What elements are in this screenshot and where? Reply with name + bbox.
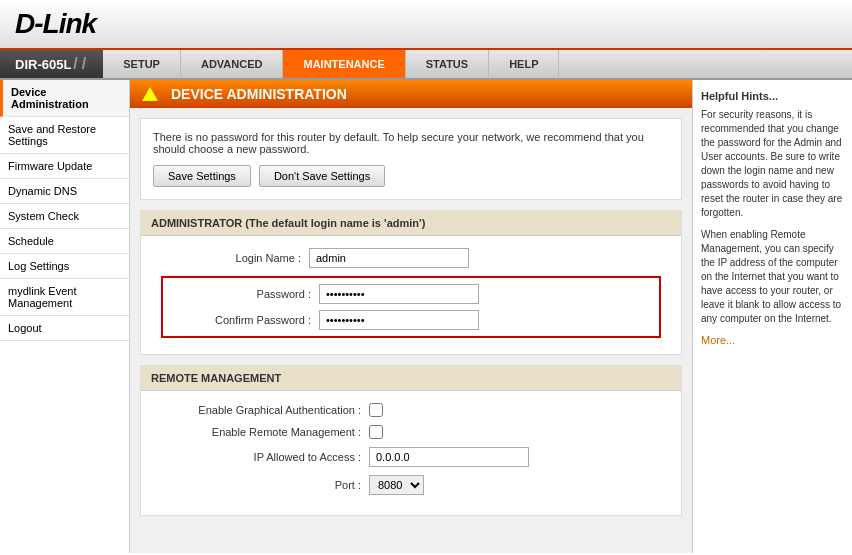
sidebar-label-device-admin: Device Administration <box>11 86 89 110</box>
tab-help[interactable]: HELP <box>489 50 559 78</box>
password-input[interactable] <box>319 284 479 304</box>
header: D-Link <box>0 0 852 50</box>
port-select[interactable]: 8080 80 443 8443 <box>369 475 424 495</box>
sidebar-label-log-settings: Log Settings <box>8 260 69 272</box>
confirm-password-input[interactable] <box>319 310 479 330</box>
sidebar-item-firmware[interactable]: Firmware Update <box>0 154 129 179</box>
password-label: Password : <box>171 288 311 300</box>
remote-mgmt-checkbox[interactable] <box>369 425 383 439</box>
sidebar-label-save-restore: Save and Restore Settings <box>8 123 96 147</box>
tab-help-label: HELP <box>509 58 538 70</box>
model-badge: DIR-605L / / <box>0 50 103 78</box>
ip-access-input[interactable] <box>369 447 529 467</box>
sidebar-item-mydlink[interactable]: mydlink Event Management <box>0 279 129 316</box>
content-area: DEVICE ADMINISTRATION There is no passwo… <box>130 80 692 553</box>
info-text: There is no password for this router by … <box>153 131 669 155</box>
tab-setup-label: SETUP <box>123 58 160 70</box>
graphical-auth-row: Enable Graphical Authentication : <box>161 403 661 417</box>
slash2: / <box>82 55 86 73</box>
ip-access-row: IP Allowed to Access : <box>161 447 661 467</box>
sidebar-label-dynamic-dns: Dynamic DNS <box>8 185 77 197</box>
page-title-bar: DEVICE ADMINISTRATION <box>130 80 692 108</box>
password-row: Password : <box>171 284 651 304</box>
sidebar-item-logout[interactable]: Logout <box>0 316 129 341</box>
sidebar-label-mydlink: mydlink Event Management <box>8 285 76 309</box>
dont-save-settings-button[interactable]: Don't Save Settings <box>259 165 385 187</box>
login-name-input[interactable] <box>309 248 469 268</box>
sidebar-label-schedule: Schedule <box>8 235 54 247</box>
remote-management-section: REMOTE MANAGEMENT Enable Graphical Authe… <box>140 365 682 516</box>
tab-setup[interactable]: SETUP <box>103 50 181 78</box>
confirm-password-row: Confirm Password : <box>171 310 651 330</box>
hints-panel: Helpful Hints... For security reasons, i… <box>692 80 852 553</box>
login-name-label: Login Name : <box>161 252 301 264</box>
administrator-section: ADMINISTRATOR (The default login name is… <box>140 210 682 355</box>
sidebar-item-device-admin[interactable]: Device Administration <box>0 80 129 117</box>
sidebar: Device Administration Save and Restore S… <box>0 80 130 553</box>
remote-section-title: REMOTE MANAGEMENT <box>141 366 681 391</box>
navbar: DIR-605L / / SETUP ADVANCED MAINTENANCE … <box>0 50 852 80</box>
sidebar-item-system-check[interactable]: System Check <box>0 204 129 229</box>
remote-form: Enable Graphical Authentication : Enable… <box>141 391 681 515</box>
tab-maintenance[interactable]: MAINTENANCE <box>283 50 405 78</box>
more-link[interactable]: More... <box>701 334 735 346</box>
admin-form: Login Name : Password : Confirm Password… <box>141 236 681 354</box>
sidebar-item-dynamic-dns[interactable]: Dynamic DNS <box>0 179 129 204</box>
tab-maintenance-label: MAINTENANCE <box>303 58 384 70</box>
sidebar-item-schedule[interactable]: Schedule <box>0 229 129 254</box>
sidebar-label-logout: Logout <box>8 322 42 334</box>
hints-text2: When enabling Remote Management, you can… <box>701 228 844 326</box>
remote-mgmt-row: Enable Remote Management : <box>161 425 661 439</box>
main-layout: Device Administration Save and Restore S… <box>0 80 852 553</box>
save-settings-button[interactable]: Save Settings <box>153 165 251 187</box>
hints-text1: For security reasons, it is recommended … <box>701 108 844 220</box>
port-row: Port : 8080 80 443 8443 <box>161 475 661 495</box>
slash1: / <box>73 55 77 73</box>
action-buttons: Save Settings Don't Save Settings <box>153 165 669 187</box>
sidebar-label-firmware: Firmware Update <box>8 160 92 172</box>
tab-status-label: STATUS <box>426 58 468 70</box>
port-label: Port : <box>161 479 361 491</box>
ip-access-label: IP Allowed to Access : <box>161 451 361 463</box>
login-name-row: Login Name : <box>161 248 661 268</box>
graphical-auth-label: Enable Graphical Authentication : <box>161 404 361 416</box>
info-box: There is no password for this router by … <box>140 118 682 200</box>
logo-text: D-Link <box>15 8 96 39</box>
logo: D-Link <box>15 8 96 40</box>
hints-title: Helpful Hints... <box>701 90 844 102</box>
arrow-up-icon <box>142 87 158 101</box>
password-group: Password : Confirm Password : <box>161 276 661 338</box>
tab-advanced-label: ADVANCED <box>201 58 263 70</box>
admin-section-title: ADMINISTRATOR (The default login name is… <box>141 211 681 236</box>
sidebar-label-system-check: System Check <box>8 210 79 222</box>
tab-status[interactable]: STATUS <box>406 50 489 78</box>
tab-advanced[interactable]: ADVANCED <box>181 50 284 78</box>
graphical-auth-checkbox[interactable] <box>369 403 383 417</box>
model-text: DIR-605L <box>15 57 71 72</box>
sidebar-item-save-restore[interactable]: Save and Restore Settings <box>0 117 129 154</box>
sidebar-item-log-settings[interactable]: Log Settings <box>0 254 129 279</box>
confirm-password-label: Confirm Password : <box>171 314 311 326</box>
page-title: DEVICE ADMINISTRATION <box>171 86 347 102</box>
remote-mgmt-label: Enable Remote Management : <box>161 426 361 438</box>
